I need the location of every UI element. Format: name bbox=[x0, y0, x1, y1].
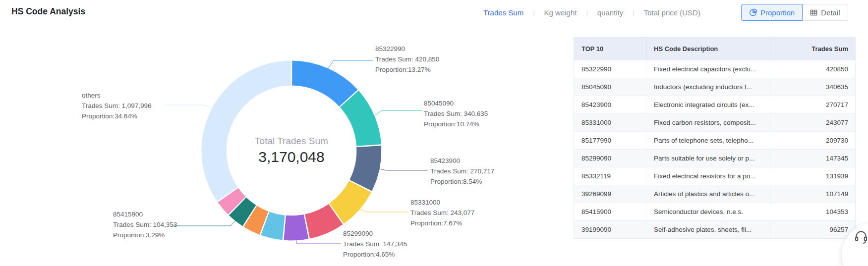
value-cell: 131939 bbox=[770, 167, 856, 185]
callout-line: 85322990 bbox=[375, 44, 439, 54]
slice-callout-85423900: 85423900Trades Sum: 270,717Proportion:8.… bbox=[430, 156, 494, 187]
label-line bbox=[173, 221, 235, 226]
table-header-top10: TOP 10 bbox=[574, 38, 646, 60]
proportion-button-label: Proportion bbox=[760, 8, 795, 17]
callout-line: Proportion:4.65% bbox=[343, 249, 407, 260]
hs-code-cell: 85423900 bbox=[574, 96, 646, 114]
callout-line: Trades Sum: 243,077 bbox=[410, 208, 474, 218]
slice-callout-85415900: 85415900Trades Sum: 104,353Proportion:3.… bbox=[113, 209, 177, 240]
metric-tab-trades-sum[interactable]: Trades Sum bbox=[483, 8, 523, 17]
description-cell: Fixed electrical resistors for a po... bbox=[646, 167, 770, 185]
metric-separator: | bbox=[533, 9, 534, 16]
headset-icon bbox=[854, 229, 868, 244]
description-cell: Articles of plastics and articles o... bbox=[646, 185, 770, 203]
top10-table: TOP 10HS Code DescriptionTrades Sum 8532… bbox=[574, 37, 856, 239]
value-cell: 209730 bbox=[770, 132, 856, 150]
top-bar: HS Code Analysis Trades Sum|Kg weight|qu… bbox=[0, 0, 868, 25]
description-cell: Fixed carbon resistors, composit... bbox=[646, 114, 770, 132]
table-row-85331000: 85331000Fixed carbon resistors, composit… bbox=[574, 114, 856, 132]
hs-code-analysis-page: HS Code Analysis Trades Sum|Kg weight|qu… bbox=[0, 0, 868, 266]
callout-line: Proportion:10.74% bbox=[424, 119, 488, 129]
hs-code-cell: 85331000 bbox=[574, 114, 646, 132]
table-icon bbox=[810, 9, 817, 16]
table-row-85045090: 85045090Inductors (excluding inductors f… bbox=[574, 78, 856, 96]
pie-slice-others[interactable] bbox=[201, 60, 291, 202]
slice-callout-85299090: 85299090Trades Sum: 147,345Proportion:4.… bbox=[343, 228, 407, 260]
table-row-39269099: 39269099Articles of plastics and article… bbox=[574, 185, 856, 203]
callout-line: Trades Sum: 270,717 bbox=[430, 166, 494, 176]
callout-line: Trades Sum: 420,850 bbox=[375, 54, 439, 64]
table-row-85332119: 85332119Fixed electrical resistors for a… bbox=[574, 167, 856, 185]
value-cell: 147345 bbox=[770, 150, 856, 167]
callout-line: Proportion:7.67% bbox=[410, 218, 474, 228]
chart-center-total: 3,170,048 bbox=[255, 149, 328, 165]
detail-button[interactable]: Detail bbox=[803, 4, 848, 21]
table-row-85423900: 85423900Electronic integrated circuits (… bbox=[574, 96, 856, 114]
hs-code-cell: 39269099 bbox=[574, 185, 646, 203]
callout-line: 85299090 bbox=[343, 228, 407, 239]
metric-nav: Trades Sum|Kg weight|quantity|Total pric… bbox=[483, 0, 700, 25]
hs-code-cell: 85322990 bbox=[574, 60, 646, 78]
metric-tab-kg-weight[interactable]: Kg weight bbox=[544, 8, 577, 17]
callout-line: 85331000 bbox=[410, 197, 474, 208]
table-row-85322990: 85322990Fixed electrical capacitors (exc… bbox=[574, 60, 856, 78]
label-line bbox=[165, 105, 212, 108]
slice-callout-85045090: 85045090Trades Sum: 340,635Proportion:10… bbox=[424, 98, 488, 129]
table-row-39199090: 39199090Self-adhesive plates, sheets, fi… bbox=[574, 221, 856, 239]
value-cell: 104353 bbox=[770, 203, 856, 221]
page-title: HS Code Analysis bbox=[11, 6, 85, 17]
detail-button-label: Detail bbox=[821, 8, 840, 17]
hs-code-cell: 85332119 bbox=[574, 167, 646, 185]
callout-line: Trades Sum: 1,097,996 bbox=[82, 101, 152, 111]
callout-line: 85415900 bbox=[113, 209, 177, 219]
description-cell: Electronic integrated circuits (ex... bbox=[646, 96, 770, 114]
table-header-description: HS Code Description bbox=[646, 38, 770, 60]
slice-callout-85322990: 85322990Trades Sum: 420,850Proportion:13… bbox=[375, 44, 439, 75]
callout-line: Proportion:34.64% bbox=[82, 111, 152, 121]
callout-line: others bbox=[82, 90, 152, 101]
slice-callout-others: othersTrades Sum: 1,097,996Proportion:34… bbox=[82, 90, 152, 121]
hs-code-cell: 85177990 bbox=[574, 132, 646, 150]
value-cell: 107149 bbox=[770, 185, 856, 203]
table-row-85299090: 85299090Parts suitable for use solely or… bbox=[574, 150, 856, 167]
value-cell: 270717 bbox=[770, 96, 856, 114]
metric-tab-total-price-usd-[interactable]: Total price (USD) bbox=[644, 8, 700, 17]
pie-slice-85299090[interactable] bbox=[284, 214, 309, 241]
description-cell: Parts of telephone sets, telepho... bbox=[646, 132, 770, 150]
callout-line: Trades Sum: 104,353 bbox=[113, 219, 177, 230]
chart-center-label: Total Trades Sum 3,170,048 bbox=[255, 136, 328, 165]
pie-chart-icon bbox=[749, 8, 757, 16]
proportion-button[interactable]: Proportion bbox=[741, 4, 803, 21]
label-line bbox=[328, 60, 373, 68]
label-line bbox=[380, 169, 428, 170]
callout-line: Trades Sum: 147,345 bbox=[343, 239, 407, 249]
table-row-85177990: 85177990Parts of telephone sets, telepho… bbox=[574, 132, 856, 150]
value-cell: 340635 bbox=[770, 78, 856, 96]
label-line bbox=[359, 209, 408, 212]
description-cell: Self-adhesive plates, sheets, fil... bbox=[646, 221, 770, 239]
description-cell: Semiconductor devices, n.e.s. bbox=[646, 203, 770, 221]
metric-separator: | bbox=[586, 9, 587, 16]
callout-line: Trades Sum: 340,635 bbox=[424, 108, 488, 119]
description-cell: Fixed electrical capacitors (exclu... bbox=[646, 60, 770, 78]
view-toggle-group: Proportion Detail bbox=[741, 4, 848, 21]
slice-callout-85331000: 85331000Trades Sum: 243,077Proportion:7.… bbox=[410, 197, 474, 228]
table-header-trades-sum: Trades Sum bbox=[770, 38, 856, 60]
value-cell: 243077 bbox=[770, 114, 856, 132]
value-cell: 420850 bbox=[770, 60, 856, 78]
chart-center-title: Total Trades Sum bbox=[255, 136, 328, 147]
metric-tab-quantity[interactable]: quantity bbox=[597, 8, 624, 17]
table-row-85415900: 85415900Semiconductor devices, n.e.s.104… bbox=[574, 203, 856, 221]
callout-line: Proportion:8.54% bbox=[430, 176, 494, 187]
metric-separator: | bbox=[633, 9, 634, 16]
description-cell: Inductors (excluding inductors f... bbox=[646, 78, 770, 96]
hs-code-cell: 85415900 bbox=[574, 203, 646, 221]
table-header-row: TOP 10HS Code DescriptionTrades Sum bbox=[574, 38, 856, 60]
label-line bbox=[375, 110, 422, 115]
hs-code-cell: 39199090 bbox=[574, 221, 646, 239]
callout-line: 85045090 bbox=[424, 98, 488, 108]
callout-line: Proportion:13.27% bbox=[375, 64, 439, 75]
hs-code-cell: 85299090 bbox=[574, 150, 646, 167]
callout-line: Proportion:3.29% bbox=[113, 230, 177, 240]
description-cell: Parts suitable for use solely or p... bbox=[646, 150, 770, 167]
